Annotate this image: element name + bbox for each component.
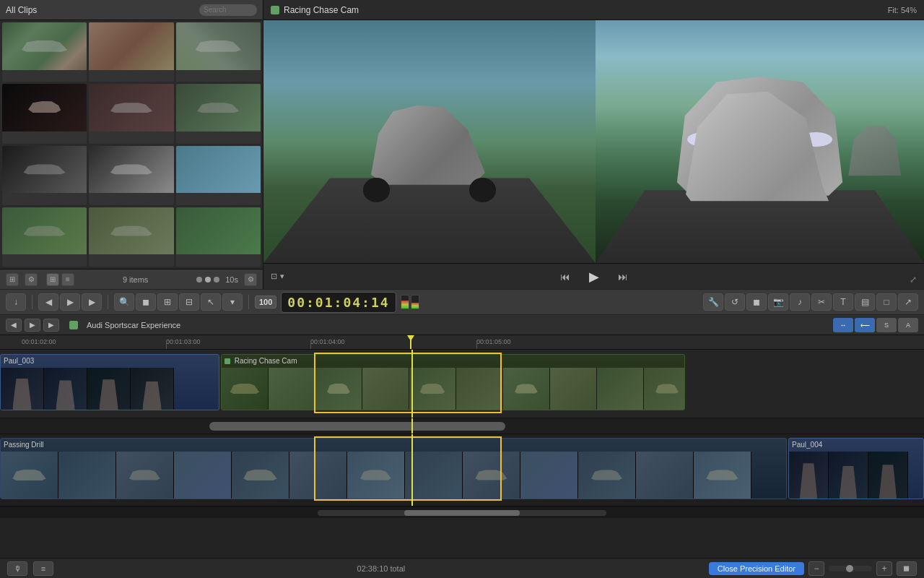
zoom-out-button[interactable]: − xyxy=(808,561,824,576)
duration-slider[interactable] xyxy=(196,277,219,282)
settings-button[interactable]: ⚙ xyxy=(244,273,257,286)
clip-effect-button[interactable]: ◼ xyxy=(746,293,767,311)
search-input[interactable] xyxy=(199,4,257,16)
status-bar: 🎙 ≡ 02:38:10 total Close Precision Edito… xyxy=(0,558,924,578)
gen-button[interactable]: □ xyxy=(876,293,897,311)
more-button[interactable]: ▾ xyxy=(222,293,243,311)
ruler-tick-4 xyxy=(476,343,477,349)
tl-forward-button[interactable]: ▶ xyxy=(43,319,59,332)
filmframe xyxy=(222,368,269,410)
preview-main-video[interactable] xyxy=(263,20,596,263)
divider-2 xyxy=(108,295,108,309)
connector-playhead xyxy=(411,418,413,434)
cut-button[interactable]: ✂ xyxy=(811,293,832,311)
zoom-slider[interactable] xyxy=(829,566,872,571)
list-item[interactable] xyxy=(176,207,261,267)
list-item[interactable] xyxy=(89,22,173,82)
list-item[interactable] xyxy=(89,84,173,143)
preview-secondary-video[interactable] xyxy=(596,20,924,263)
filmframe xyxy=(409,368,456,410)
ruler-playhead xyxy=(410,335,411,349)
scrollbar-track[interactable] xyxy=(318,510,606,516)
clip-racing-icon xyxy=(225,358,230,364)
ruler-label-1: 00:01:02:00 xyxy=(22,338,56,345)
filmframe xyxy=(550,368,597,410)
arrow-button[interactable]: ↖ xyxy=(201,293,221,311)
preview-area xyxy=(263,20,924,263)
clip-paul004-filmstrip xyxy=(789,452,923,499)
split-button[interactable]: ⊞ xyxy=(157,293,178,311)
filmframe xyxy=(131,368,174,410)
fullscreen-button[interactable]: ⤢ xyxy=(910,275,917,285)
status-clip-button[interactable]: ◼ xyxy=(897,561,917,576)
duration-label: 10s xyxy=(225,275,238,284)
clip-paul003-filmstrip xyxy=(1,368,219,410)
forward-button[interactable]: ▶ xyxy=(82,293,102,311)
connect-button[interactable]: ⊟ xyxy=(179,293,199,311)
media-browser-footer: ⊞ ⚙ ⊞ ≡ 9 items 10s ⚙ xyxy=(0,269,263,289)
timecode-display[interactable]: 00:01:04:14 xyxy=(281,292,396,313)
list-item[interactable] xyxy=(2,146,87,205)
zoom-in-button[interactable]: + xyxy=(876,561,892,576)
list-item[interactable] xyxy=(176,22,261,82)
scrollbar-thumb[interactable] xyxy=(404,510,520,516)
filmframe xyxy=(578,452,636,499)
media-browser-title: All Clips xyxy=(6,5,37,15)
adjust-button[interactable]: ▤ xyxy=(855,293,875,311)
status-list-button[interactable]: ≡ xyxy=(33,561,53,576)
tl-audio-skimmer[interactable]: A xyxy=(898,318,918,332)
clip-racing-chase[interactable]: Racing Chase Cam xyxy=(221,354,685,410)
filmframe xyxy=(1,452,58,499)
status-voice-button[interactable]: 🎙 xyxy=(7,561,27,576)
filmframe xyxy=(463,452,520,499)
fit-dropdown[interactable]: ⊡ ▾ xyxy=(271,272,284,281)
clip-passing-drill[interactable]: Passing Drill xyxy=(0,438,787,499)
rotate-button[interactable]: ↺ xyxy=(725,293,745,311)
tl-zoom-out[interactable]: ⟵ xyxy=(855,318,875,332)
list-item[interactable] xyxy=(2,22,87,82)
skip-back-button[interactable]: ⏮ xyxy=(557,268,574,285)
tl-skimmer[interactable]: S xyxy=(876,318,897,332)
preview-controls: ⊡ ▾ ⏮ ▶ ⏭ ⤢ xyxy=(263,263,924,289)
grid-view-button[interactable]: ⊞ xyxy=(6,273,19,286)
list-item[interactable] xyxy=(176,84,261,143)
magnify-button[interactable]: 🔍 xyxy=(114,293,134,311)
timeline-tracks: Paul_003 xyxy=(0,350,924,558)
list-item[interactable] xyxy=(89,207,173,267)
back-button[interactable]: ◀ xyxy=(38,293,58,311)
clip-paul004-label: Paul_004 xyxy=(792,441,822,449)
ruler-tick-2 xyxy=(166,343,167,349)
clip-racing-filmstrip xyxy=(222,368,684,410)
list-item[interactable] xyxy=(2,84,87,143)
share-button[interactable]: ↗ xyxy=(898,293,918,311)
timeline-header: ◀ ▶ ▶ Audi Sportscar Experience ↔ ⟵ S A xyxy=(0,315,924,335)
list-item[interactable] xyxy=(176,146,261,205)
title-button[interactable]: T xyxy=(833,293,853,311)
tl-zoom-in[interactable]: ↔ xyxy=(833,318,853,332)
clip-paul004[interactable]: Paul_004 xyxy=(788,438,924,499)
list-item[interactable] xyxy=(89,146,173,205)
gear-button[interactable]: ⚙ xyxy=(25,273,38,286)
play-toolbar-button[interactable]: ▶ xyxy=(60,293,80,311)
tl-back-button[interactable]: ◀ xyxy=(6,319,22,332)
skip-forward-button[interactable]: ⏭ xyxy=(614,268,632,285)
play-button[interactable]: ▶ xyxy=(585,268,603,285)
clip-button[interactable]: ◼ xyxy=(136,293,156,311)
close-precision-button[interactable]: Close Precision Editor xyxy=(709,562,804,575)
filmframe xyxy=(694,452,751,499)
clip-paul003-label: Paul_003 xyxy=(4,357,34,365)
tl-play-button[interactable]: ▶ xyxy=(25,319,40,332)
snapshot-button[interactable]: 📷 xyxy=(768,293,788,311)
clip-paul003[interactable]: Paul_003 xyxy=(0,354,219,410)
audio-button[interactable]: ♪ xyxy=(790,293,810,311)
scroll-connector[interactable] xyxy=(209,422,505,431)
timeline-scrollbar[interactable] xyxy=(0,506,924,518)
timeline-ruler: 00:01:02:00 00:01:03:00 00:01:04:00 00:0… xyxy=(0,335,924,350)
view-toggle-grid[interactable]: ⊞ xyxy=(46,273,59,286)
wrench-button[interactable]: 🔧 xyxy=(703,293,723,311)
view-toggle-list[interactable]: ≡ xyxy=(61,273,74,286)
import-button[interactable]: ↓ xyxy=(6,293,26,311)
list-item[interactable] xyxy=(2,207,87,267)
track-playhead xyxy=(411,350,413,418)
zoom-slider-thumb[interactable] xyxy=(846,565,853,572)
